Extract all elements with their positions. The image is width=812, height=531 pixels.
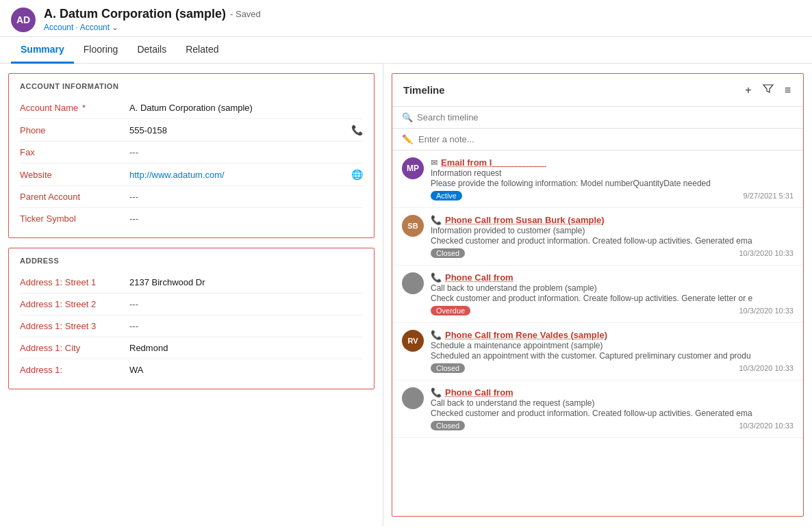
timeline-search-input[interactable] — [417, 112, 794, 122]
timeline-search-bar: 🔍 — [392, 107, 803, 129]
field-ticker-symbol: Ticker Symbol --- — [20, 208, 363, 229]
label-street3: Address 1: Street 3 — [20, 321, 129, 331]
field-phone: Phone 555-0158 📞 — [20, 119, 363, 142]
filter-icon — [763, 83, 774, 94]
timeline-add-button[interactable]: + — [744, 83, 752, 98]
timeline-item-subtitle: Information request — [431, 168, 794, 178]
breadcrumb-arrow[interactable]: ⌄ — [112, 23, 118, 32]
tab-summary[interactable]: Summary — [11, 37, 74, 64]
phone-icon: 📞 — [431, 272, 442, 283]
value-phone[interactable]: 555-0158 — [129, 125, 347, 135]
field-account-name: Account Name * A. Datum Corporation (sam… — [20, 97, 363, 119]
field-street1: Address 1: Street 1 2137 Birchwood Dr — [20, 272, 363, 294]
breadcrumb-account2-link[interactable]: Account — [80, 23, 110, 32]
timeline-item-body: Scheduled an appointment with the custom… — [431, 351, 794, 361]
label-fax: Fax — [20, 147, 129, 157]
timeline-item-body: Check customer and product information. … — [431, 294, 794, 303]
field-city: Address 1: City Redmond — [20, 337, 363, 359]
phone-icon: 📞 — [431, 215, 442, 225]
main-content: ACCOUNT INFORMATION Account Name * A. Da… — [0, 64, 812, 526]
value-parent-account[interactable]: --- — [129, 192, 363, 202]
breadcrumb-account-link[interactable]: Account — [44, 23, 73, 32]
timeline-item-footer: Overdue 10/3/2020 10:33 — [431, 306, 794, 315]
address-section: ADDRESS Address 1: Street 1 2137 Birchwo… — [8, 248, 375, 389]
timeline-item-content: 📞 Phone Call from Call back to understan… — [431, 272, 794, 315]
value-city[interactable]: Redmond — [129, 343, 363, 353]
timeline-item-subtitle: Schedule a maintenance appointment (samp… — [431, 341, 794, 350]
timeline-item-footer: Closed 10/3/2020 10:33 — [431, 421, 794, 430]
timeline-filter-button[interactable] — [761, 82, 775, 98]
timeline-item-date: 10/3/2020 10:33 — [739, 422, 794, 430]
timeline-item-content: 📞 Phone Call from Susan Burk (sample) In… — [431, 215, 794, 258]
timeline-item-avatar: MP — [402, 157, 424, 179]
timeline-item: MP ✉ Email from I___________ Information… — [392, 151, 803, 208]
field-state: Address 1: WA — [20, 359, 363, 380]
timeline-item-footer: Closed 10/3/2020 10:33 — [431, 363, 794, 373]
status-badge: Closed — [431, 248, 465, 258]
header-info: A. Datum Corporation (sample) - Saved Ac… — [44, 7, 801, 32]
field-street2: Address 1: Street 2 --- — [20, 294, 363, 315]
timeline-item-body: Please provide the following information… — [431, 179, 794, 188]
timeline-item-title: 📞 Phone Call from Rene Valdes (sample) — [431, 330, 794, 340]
label-phone: Phone — [20, 125, 129, 135]
timeline-item-date: 10/3/2020 10:33 — [739, 364, 794, 372]
timeline-panel: Timeline + ≡ 🔍 ✏️ MP ✉ Email from — [392, 73, 804, 517]
value-street3[interactable]: --- — [129, 321, 363, 331]
address-title: ADDRESS — [20, 257, 363, 265]
label-website: Website — [20, 170, 129, 180]
timeline-item-avatar — [402, 272, 424, 294]
value-state[interactable]: WA — [129, 365, 363, 375]
value-street2[interactable]: --- — [129, 299, 363, 309]
timeline-item-title: 📞 Phone Call from Susan Burk (sample) — [431, 215, 794, 225]
timeline-item: 📞 Phone Call from Call back to understan… — [392, 266, 803, 323]
timeline-item-body: Checked customer and product information… — [431, 409, 794, 418]
value-street1[interactable]: 2137 Birchwood Dr — [129, 277, 363, 287]
record-title: A. Datum Corporation (sample) — [44, 7, 226, 21]
timeline-item-content: ✉ Email from I___________ Information re… — [431, 157, 794, 200]
timeline-item-subtitle: Call back to understand the problem (sam… — [431, 283, 794, 293]
note-input[interactable] — [418, 134, 794, 144]
value-fax[interactable]: --- — [129, 147, 363, 157]
tab-bar: Summary Flooring Details Related — [0, 37, 812, 64]
status-badge: Active — [431, 191, 462, 200]
timeline-item-avatar: SB — [402, 215, 424, 237]
label-street2: Address 1: Street 2 — [20, 299, 129, 309]
saved-label: - Saved — [230, 9, 261, 19]
label-state: Address 1: — [20, 365, 129, 375]
value-account-name[interactable]: A. Datum Corporation (sample) — [129, 103, 363, 113]
tab-flooring[interactable]: Flooring — [74, 37, 128, 64]
timeline-item-content: 📞 Phone Call from Call back to understan… — [431, 387, 794, 430]
value-ticker-symbol[interactable]: --- — [129, 213, 363, 224]
breadcrumb: Account · Account ⌄ — [44, 23, 801, 32]
globe-icon[interactable]: 🌐 — [351, 169, 363, 180]
timeline-item-footer: Closed 10/3/2020 10:33 — [431, 248, 794, 258]
field-fax: Fax --- — [20, 142, 363, 164]
avatar: AD — [11, 8, 36, 32]
timeline-item-subtitle: Call back to understand the request (sam… — [431, 398, 794, 408]
timeline-more-button[interactable]: ≡ — [783, 83, 792, 98]
label-street1: Address 1: Street 1 — [20, 277, 129, 287]
timeline-item-date: 10/3/2020 10:33 — [739, 249, 794, 257]
timeline-header: Timeline + ≡ — [392, 74, 803, 107]
header: AD A. Datum Corporation (sample) - Saved… — [0, 0, 812, 37]
status-badge: Closed — [431, 421, 465, 430]
pencil-icon: ✏️ — [402, 134, 413, 144]
phone-icon: 📞 — [431, 330, 442, 340]
tab-related[interactable]: Related — [176, 37, 228, 64]
tab-details[interactable]: Details — [127, 37, 176, 64]
phone-icon[interactable]: 📞 — [351, 125, 363, 135]
timeline-item-content: 📞 Phone Call from Rene Valdes (sample) S… — [431, 330, 794, 373]
field-street3: Address 1: Street 3 --- — [20, 315, 363, 337]
field-parent-account: Parent Account --- — [20, 186, 363, 208]
timeline-item-title: 📞 Phone Call from — [431, 272, 794, 283]
timeline-item-subtitle: Information provided to customer (sample… — [431, 226, 794, 235]
timeline-item: SB 📞 Phone Call from Susan Burk (sample)… — [392, 208, 803, 266]
label-parent-account: Parent Account — [20, 192, 129, 202]
label-ticker-symbol: Ticker Symbol — [20, 213, 129, 224]
timeline-item: 📞 Phone Call from Call back to understan… — [392, 380, 803, 438]
timeline-item-date: 9/27/2021 5:31 — [744, 192, 794, 200]
timeline-item-title: ✉ Email from I___________ — [431, 157, 794, 168]
timeline-actions: + ≡ — [744, 82, 792, 98]
phone-icon: 📞 — [431, 387, 442, 398]
value-website[interactable]: http://www.adatum.com/ — [129, 170, 347, 180]
